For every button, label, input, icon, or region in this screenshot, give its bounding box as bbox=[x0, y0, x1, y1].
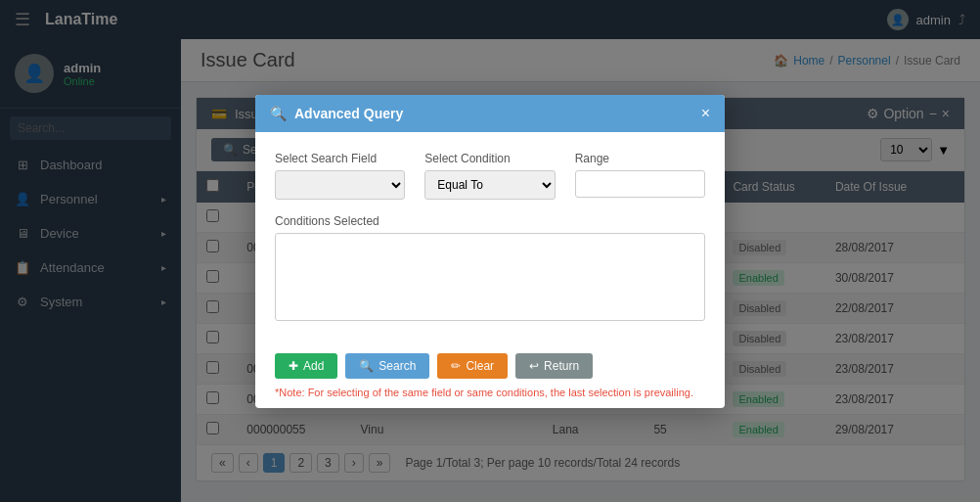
advanced-query-modal: 🔍 Advanced Query × Select Search Field P… bbox=[255, 95, 725, 408]
modal-search-icon: 🔍 bbox=[270, 106, 287, 121]
modal-close-button[interactable]: × bbox=[701, 105, 710, 122]
modal-note: *Note: For selecting of the same field o… bbox=[275, 387, 693, 398]
modal-title: Advanced Query bbox=[294, 106, 403, 121]
modal-overlay: 🔍 Advanced Query × Select Search Field P… bbox=[0, 0, 980, 502]
modal-return-button[interactable]: ↩ Return bbox=[515, 353, 593, 379]
conditions-selected-label: Conditions Selected bbox=[275, 214, 705, 228]
condition-label: Select Condition bbox=[424, 152, 555, 165]
modal-clear-button[interactable]: ✏ Clear bbox=[437, 353, 508, 379]
modal-add-button[interactable]: ✚ Add bbox=[275, 353, 337, 379]
range-label: Range bbox=[575, 152, 705, 165]
field-label: Select Search Field bbox=[275, 152, 405, 165]
condition-select[interactable]: Equal To Not Equal To Contains Greater T… bbox=[424, 170, 555, 200]
add-icon: ✚ bbox=[289, 359, 298, 373]
modal-clear-icon: ✏ bbox=[451, 359, 461, 373]
search-field-select[interactable]: Personnel No First Name Last Name Depart… bbox=[275, 170, 405, 200]
return-icon: ↩ bbox=[529, 359, 539, 373]
range-input[interactable] bbox=[575, 170, 705, 198]
modal-search-button[interactable]: 🔍 Search bbox=[345, 353, 429, 379]
conditions-textarea[interactable] bbox=[275, 233, 705, 321]
modal-search-btn-icon: 🔍 bbox=[359, 359, 374, 373]
